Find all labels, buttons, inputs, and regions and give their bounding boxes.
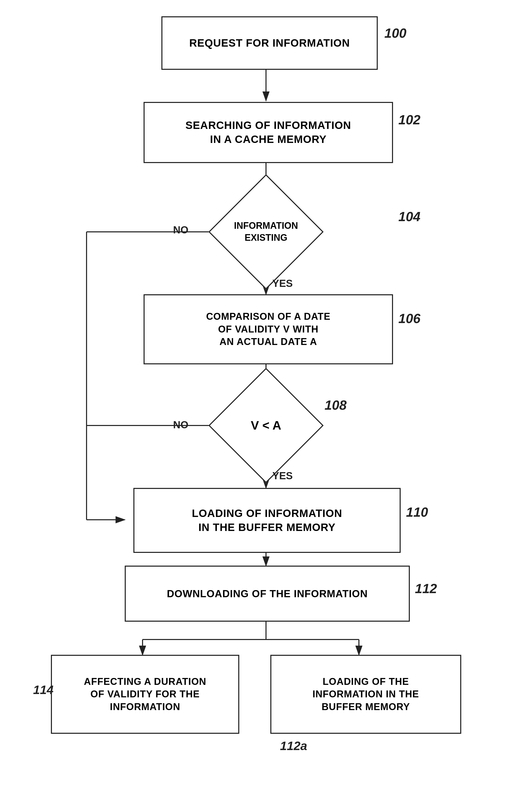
node-108-text: V < A (226, 386, 306, 465)
flowchart-diagram: REQUEST FOR INFORMATION 100 SEARCHING OF… (0, 0, 532, 799)
label-yes-104: YES (272, 278, 293, 289)
node-104-container: INFORMATION EXISTING (209, 191, 323, 273)
node-114: AFFECTING A DURATION OF VALIDITY FOR THE… (51, 655, 239, 734)
node-110: LOADING OF INFORMATION IN THE BUFFER MEM… (133, 488, 401, 553)
ref-112a: 112a (280, 739, 307, 753)
label-no-108: NO (173, 419, 188, 431)
label-yes-108: YES (272, 470, 293, 482)
node-104-text: INFORMATION EXISTING (226, 192, 306, 272)
node-108-container: V < A (209, 385, 323, 466)
ref-114: 114 (33, 683, 54, 697)
ref-102: 102 (398, 112, 420, 127)
node-106: COMPARISON OF A DATE OF VALIDITY V WITH … (144, 294, 393, 364)
ref-100: 100 (384, 25, 406, 41)
node-104-diamond: INFORMATION EXISTING (208, 174, 324, 290)
ref-106: 106 (398, 311, 420, 326)
ref-104: 104 (398, 209, 420, 224)
ref-108: 108 (325, 397, 347, 413)
node-112: DOWNLOADING OF THE INFORMATION (125, 566, 410, 622)
ref-110: 110 (406, 505, 428, 520)
ref-112: 112 (415, 581, 437, 596)
label-no-104: NO (173, 224, 188, 236)
node-102: SEARCHING OF INFORMATION IN A CACHE MEMO… (144, 102, 393, 163)
node-108-diamond: V < A (208, 368, 324, 483)
node-100: REQUEST FOR INFORMATION (162, 16, 378, 70)
node-112a: LOADING OF THE INFORMATION IN THE BUFFER… (270, 655, 461, 734)
